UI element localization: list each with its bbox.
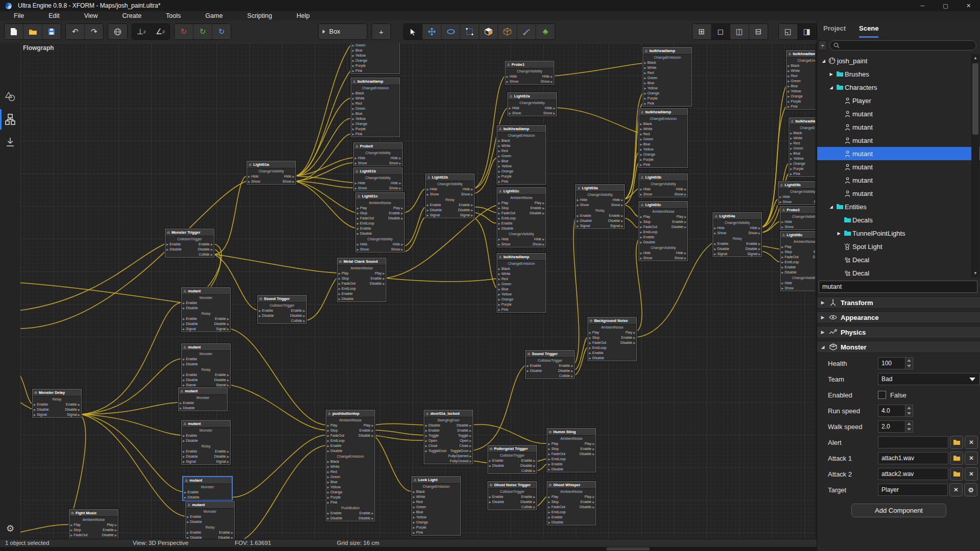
input-port[interactable]: ▶Disable (498, 226, 513, 231)
output-port[interactable]: Enable▶ (215, 372, 229, 378)
section-monster[interactable]: ◢Monster (817, 341, 980, 353)
input-port[interactable]: ▶Black (790, 131, 802, 136)
input-port[interactable]: ▶EndLoop (640, 230, 657, 235)
input-port[interactable]: ▶Signal (183, 327, 196, 332)
output-port[interactable]: Open▶ (460, 438, 472, 443)
input-port[interactable]: ▶Disable (183, 454, 198, 459)
output-port[interactable]: Disable▶ (520, 499, 535, 505)
input-port[interactable]: ▶Orange (352, 121, 368, 127)
input-port[interactable]: ▶Disable (183, 321, 198, 327)
input-port[interactable]: ▶Green (790, 146, 803, 151)
input-port[interactable]: ▶Blue (498, 159, 508, 164)
section-transform[interactable]: ▶Transform (817, 296, 980, 309)
menu-create[interactable]: Create (110, 11, 154, 20)
input-port[interactable]: ▶Enable (184, 490, 199, 495)
health-value[interactable]: 100 (878, 358, 905, 369)
input-port[interactable]: ▶Play (338, 271, 349, 276)
flow-node-light04a[interactable]: ♙Light04aChangeVisibility▶HideHide▶▶Show… (713, 212, 762, 257)
input-port[interactable]: ▶Disable (183, 378, 198, 383)
output-port[interactable]: Hide▶ (390, 156, 401, 161)
output-port[interactable]: Show▶ (389, 161, 401, 166)
input-port[interactable]: ▶EndLoop (781, 260, 799, 265)
flow-node-mutant[interactable]: ♙mutantMonster▶Enable▶DisableRelay▶Enabl… (181, 287, 231, 332)
output-port[interactable]: Enable▶ (559, 363, 573, 368)
input-port[interactable]: ▶Play (498, 201, 508, 206)
input-port[interactable]: ▶Hide (781, 281, 792, 286)
input-port[interactable]: ▶Enable (183, 300, 197, 306)
save-button[interactable] (42, 24, 61, 39)
input-port[interactable]: ▶Enable (183, 433, 197, 438)
input-port[interactable]: ▶Enable (489, 494, 503, 499)
input-port[interactable]: ▶Purple (352, 127, 365, 132)
add-primitive-button[interactable]: + (372, 24, 390, 39)
output-port[interactable]: Enable▶ (291, 308, 305, 313)
tree-scrollbar[interactable]: ▲ ▼ (971, 54, 979, 278)
flow-node-bulkheadlamp[interactable]: ♙bulkheadlampChangeEmission▶Black▶White▶… (643, 47, 692, 107)
flow-node-lock-light[interactable]: ♙Lock LightChangeEmission▶Black▶White▶Re… (411, 476, 461, 536)
input-port[interactable]: ▶Disable (327, 448, 342, 454)
flow-node-mutant[interactable]: ♙mutantMonster▶Enable▶Disable (178, 387, 228, 411)
run-speed-stepper[interactable]: 4.0 (878, 405, 913, 417)
input-port[interactable]: ▶Disable (589, 356, 604, 361)
input-port[interactable]: ▶Hide (509, 106, 520, 111)
output-port[interactable]: Disable▶ (214, 321, 229, 327)
output-port[interactable]: Collide▶ (521, 468, 535, 473)
output-port[interactable]: Enable▶ (389, 211, 403, 216)
flow-node-background-noise[interactable]: ⊖Background NoiseAmbientNoise▶PlayPlay▶▶… (587, 317, 637, 361)
search-box[interactable] (829, 40, 976, 51)
open-folder-button[interactable] (23, 24, 42, 39)
shapes-tool-icon[interactable] (0, 88, 20, 105)
input-port[interactable]: ▶White (352, 96, 364, 101)
output-port[interactable]: Hide▶ (390, 181, 401, 186)
input-port[interactable]: ▶Enable (427, 203, 441, 208)
tree-item-decals[interactable]: Decals (817, 213, 980, 227)
input-port[interactable]: ▶Purple (413, 525, 426, 530)
output-port[interactable]: Show▶ (674, 192, 687, 197)
rotate-tool[interactable] (442, 24, 460, 39)
input-port[interactable]: ▶Green (498, 154, 511, 159)
paint-tool[interactable] (517, 24, 536, 39)
input-port[interactable]: ▶Black (788, 63, 799, 68)
output-port[interactable]: Show▶ (461, 192, 473, 197)
output-port[interactable]: Play▶ (625, 330, 635, 335)
tab-scene[interactable]: Scene (859, 24, 878, 38)
output-port[interactable]: Enable▶ (580, 499, 595, 505)
input-port[interactable]: ▶Green (413, 505, 426, 510)
spin-down-icon[interactable] (905, 411, 913, 416)
input-port[interactable]: ▶Disable (180, 406, 195, 411)
output-port[interactable]: Disable▶ (290, 313, 305, 318)
output-port[interactable]: Show▶ (748, 231, 761, 236)
section-appearance[interactable]: ▶Appearance (817, 311, 980, 323)
solid-box-tool[interactable] (479, 24, 498, 39)
output-port[interactable]: Signal▶ (747, 252, 761, 257)
input-port[interactable]: ▶Stop (781, 249, 792, 255)
input-port[interactable]: ▶Disable (489, 499, 504, 505)
flow-node-probe1[interactable]: ♙Probe1ChangeVisibility▶HideHide▶▶ShowSh… (505, 61, 554, 85)
input-port[interactable]: ▶White (498, 271, 510, 277)
input-port[interactable]: ▶Disable (714, 246, 729, 252)
input-port[interactable]: ▶Blue (640, 142, 650, 147)
output-port[interactable]: Disable▶ (214, 378, 229, 383)
menu-tools[interactable]: Tools (154, 11, 193, 20)
input-port[interactable]: ▶Enable (589, 350, 603, 356)
output-port[interactable]: Disable▶ (358, 433, 374, 438)
input-port[interactable]: ▶Disable (489, 463, 504, 468)
output-port[interactable]: Hide▶ (284, 174, 295, 179)
input-port[interactable]: ▶Enable (548, 515, 562, 520)
output-port[interactable]: Disable▶ (388, 216, 403, 221)
input-port[interactable]: ▶FadeOut (327, 433, 344, 438)
flow-node-ghost-whisper[interactable]: ⊖Ghost WhisperAmbientNoise▶PlayPlay▶▶Sto… (547, 481, 596, 525)
tree-item-mutant[interactable]: mutant (817, 134, 980, 147)
output-port[interactable]: Hide▶ (545, 106, 555, 111)
flow-node-bulkheadlamp[interactable]: ♙bulkheadlampChangeEmission▶Black▶White▶… (786, 50, 815, 110)
input-port[interactable]: ▶Red (640, 132, 650, 137)
input-port[interactable]: ▶Open (425, 438, 437, 443)
input-port[interactable]: ▶Close (425, 443, 437, 448)
output-port[interactable]: Enable▶ (521, 458, 535, 463)
output-port[interactable]: Enable▶ (457, 428, 472, 433)
input-port[interactable]: ▶EndLoop (70, 538, 88, 539)
input-port[interactable]: ▶FadeOut (548, 452, 565, 457)
output-port[interactable]: Play▶ (363, 423, 374, 428)
flow-node-bulkheadlamp[interactable]: ♙bulkheadlampChangeEmission▶Black▶White▶… (789, 117, 815, 177)
input-port[interactable]: ▶Disable (259, 313, 274, 318)
